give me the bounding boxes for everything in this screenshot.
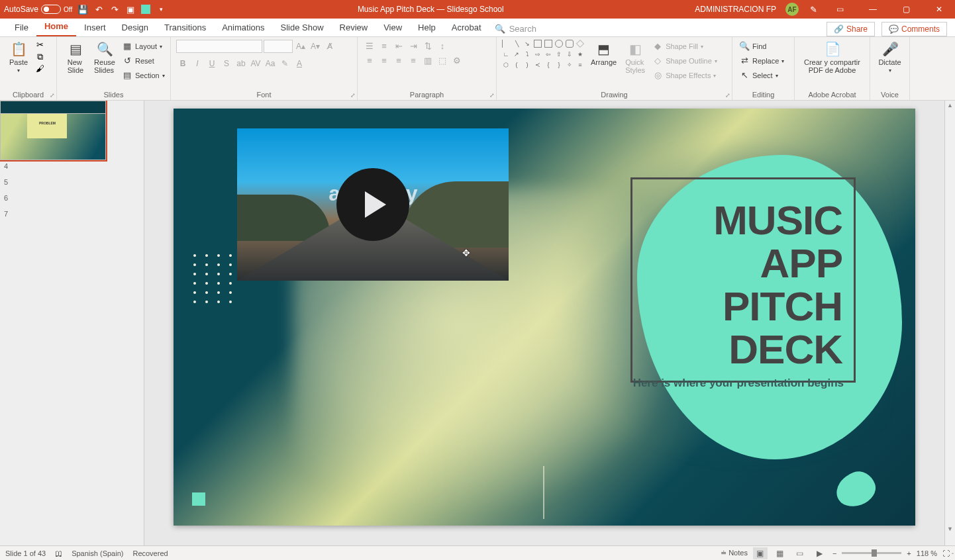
select-button[interactable]: ↖Select▾ [738, 69, 789, 82]
numbering-icon[interactable]: ≡ [377, 40, 391, 53]
change-case-icon[interactable]: Aa [264, 57, 277, 70]
adobe-pdf-button[interactable]: 📄 Crear y compartir PDF de Adobe [800, 40, 864, 75]
columns-icon[interactable]: ▥ [421, 54, 434, 68]
font-color-icon[interactable]: A [293, 57, 306, 70]
tab-review[interactable]: Review [332, 19, 376, 36]
tab-home[interactable]: Home [36, 17, 76, 36]
align-right-icon[interactable]: ≡ [392, 54, 405, 68]
minimize-icon[interactable]: — [861, 3, 885, 16]
tab-design[interactable]: Design [114, 19, 156, 36]
zoom-in-icon[interactable]: + [907, 549, 911, 557]
close-icon[interactable]: ✕ [927, 3, 951, 16]
underline-icon[interactable]: U [205, 57, 219, 70]
vertical-scrollbar[interactable] [944, 101, 955, 545]
highlight-icon[interactable]: ✎ [278, 57, 291, 70]
align-text-icon[interactable]: ⬚ [436, 54, 449, 68]
spellcheck-icon[interactable]: 🕮 [55, 549, 62, 557]
reading-view-icon[interactable]: ▭ [793, 547, 807, 559]
justify-icon[interactable]: ≡ [407, 54, 420, 68]
slide-canvas[interactable]: MUSICAPP PITCHDECK Here is where your pr… [174, 109, 915, 526]
slideshow-view-icon[interactable]: ▶ [813, 547, 827, 559]
fit-window-icon[interactable]: ⛶ [942, 549, 950, 557]
tab-slideshow[interactable]: Slide Show [272, 19, 331, 36]
sorter-view-icon[interactable]: ▦ [773, 547, 787, 559]
arrange-button[interactable]: ⬒Arrange [588, 40, 619, 68]
italic-icon[interactable]: I [191, 57, 204, 70]
slide-subtitle[interactable]: Here is where your presentation begins [633, 377, 844, 390]
autosave-toggle[interactable]: AutoSave Off [4, 5, 72, 14]
font-family-combo[interactable] [176, 40, 262, 53]
zoom-slider[interactable] [842, 552, 901, 554]
zoom-level[interactable]: 118 % [917, 549, 937, 557]
section-button[interactable]: ▤Section▾ [121, 69, 166, 82]
tab-insert[interactable]: Insert [76, 19, 114, 36]
quick-styles-button[interactable]: ◧Quick Styles [622, 40, 648, 75]
paste-button[interactable]: 📋 Paste ▾ [5, 40, 32, 75]
decrease-indent-icon[interactable]: ⇤ [392, 40, 405, 53]
tab-acrobat[interactable]: Acrobat [444, 19, 489, 36]
tab-help[interactable]: Help [410, 19, 444, 36]
save-icon[interactable]: 💾 [77, 4, 88, 15]
ribbon-options-icon[interactable]: ▭ [828, 3, 852, 16]
slide-indicator[interactable]: Slide 1 of 43 [5, 549, 46, 557]
align-left-icon[interactable]: ≡ [363, 54, 376, 68]
normal-view-icon[interactable]: ▣ [753, 547, 768, 559]
shape-outline-button[interactable]: ◇Shape Outline▾ [651, 54, 719, 68]
search-box[interactable]: 🔍 Search [489, 21, 542, 36]
collapse-ribbon-icon[interactable]: ˆ [952, 552, 954, 559]
tab-transitions[interactable]: Transitions [156, 19, 214, 36]
play-button[interactable] [336, 168, 409, 241]
slide-editor[interactable]: MUSICAPP PITCHDECK Here is where your pr… [144, 101, 944, 545]
dialog-launcher-icon[interactable]: ⤢ [489, 92, 495, 99]
replace-button[interactable]: ⇄Replace▾ [738, 54, 789, 68]
line-spacing-icon[interactable]: ⇅ [421, 40, 434, 53]
spacing-icon[interactable]: AV [249, 57, 262, 70]
coming-soon-icon[interactable]: ✎ [808, 4, 819, 15]
dialog-launcher-icon[interactable]: ⤢ [725, 92, 730, 99]
font-size-combo[interactable] [264, 40, 293, 53]
new-slide-button[interactable]: ▤ New Slide [62, 40, 89, 75]
bold-icon[interactable]: B [176, 57, 189, 70]
strike-icon[interactable]: S [220, 57, 233, 70]
dictate-button[interactable]: 🎤 Dictate ▾ [876, 40, 904, 75]
slide-thumb-6[interactable]: 6 PROBLEM [4, 194, 140, 202]
redo-icon[interactable]: ↷ [109, 4, 120, 15]
user-avatar[interactable]: AF [785, 3, 799, 16]
increase-font-icon[interactable]: A▴ [294, 40, 307, 53]
copy-icon[interactable]: ⧉ [34, 52, 45, 62]
smartart-icon[interactable]: ⚙ [450, 54, 464, 68]
reuse-slides-button[interactable]: 🔍 Reuse Slides [91, 40, 118, 75]
maximize-icon[interactable]: ▢ [894, 3, 918, 16]
dialog-launcher-icon[interactable]: ⤢ [50, 92, 55, 99]
present-from-start-icon[interactable]: ▣ [125, 4, 136, 15]
cut-icon[interactable]: ✂ [34, 40, 45, 50]
theme-color-swatch[interactable] [141, 5, 150, 14]
shape-fill-button[interactable]: ◆Shape Fill▾ [651, 40, 719, 53]
reset-button[interactable]: ↺Reset [121, 54, 166, 68]
clear-format-icon[interactable]: A̸ [323, 40, 336, 53]
slide-thumb-4[interactable]: 4 OUR COMPANY [4, 162, 140, 170]
slide-thumb-7[interactable]: 7 [4, 210, 140, 218]
format-painter-icon[interactable]: 🖌 [34, 64, 45, 74]
tab-file[interactable]: File [7, 19, 36, 36]
slide-thumbnails-panel[interactable]: 1★ MUSIC APP PITCH DECK 2 01 02━━ ━━03 0… [0, 101, 144, 545]
decrease-font-icon[interactable]: A▾ [309, 40, 322, 53]
layout-button[interactable]: ▦Layout▾ [121, 40, 166, 53]
shapes-gallery[interactable]: ╲↘ ∟↗⤵⇨⇦⇧⇩★ ⬡()≺{}✧≡ [502, 40, 585, 70]
notes-button[interactable]: ≐ Notes [721, 549, 748, 557]
find-button[interactable]: 🔍Find [738, 40, 789, 53]
dialog-launcher-icon[interactable]: ⤢ [350, 92, 356, 99]
slide-thumb-5[interactable]: 5 [4, 178, 140, 186]
text-direction-icon[interactable]: ↕ [436, 40, 449, 53]
zoom-out-icon[interactable]: − [832, 549, 836, 557]
undo-icon[interactable]: ↶ [93, 4, 104, 15]
slide-title[interactable]: MUSICAPP PITCHDECK [630, 199, 842, 371]
share-button[interactable]: 🔗Share [827, 22, 875, 36]
tab-animations[interactable]: Animations [214, 19, 272, 36]
bullets-icon[interactable]: ☰ [363, 40, 376, 53]
increase-indent-icon[interactable]: ⇥ [407, 40, 420, 53]
language-indicator[interactable]: Spanish (Spain) [72, 549, 123, 557]
tab-view[interactable]: View [376, 19, 410, 36]
video-placeholder[interactable]: audio ary ✥ [237, 128, 509, 281]
qat-dropdown-icon[interactable]: ▾ [156, 4, 166, 15]
